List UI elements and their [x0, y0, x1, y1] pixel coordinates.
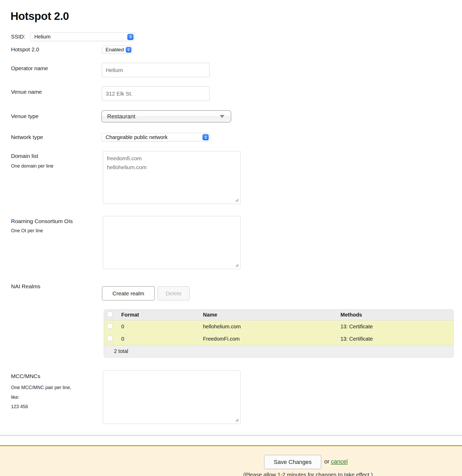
domain-list-textarea[interactable]: freedomfi.com hellohelium.com	[103, 151, 241, 204]
select-all-checkbox[interactable]	[107, 312, 113, 317]
mcc-mnc-help: One MCC/MNC pair per line, like: 123 456	[11, 383, 71, 412]
network-type-value: Chargeable public network	[106, 134, 168, 140]
mcc-mnc-help-line: 123 456	[11, 402, 71, 412]
table-row[interactable]: 0 hellohelium.com 13: Certificate	[104, 320, 453, 333]
select-stepper-icon	[202, 134, 209, 140]
column-header-format: Format	[121, 312, 203, 318]
realm-count: 2 total	[114, 348, 128, 354]
section-divider	[0, 435, 462, 436]
venue-type-label: Venue type	[11, 113, 38, 119]
hotspot-enabled-value: Enabled	[106, 47, 124, 53]
nai-realms-rows: 0 hellohelium.com 13: Certificate 0 Free…	[104, 320, 453, 345]
operator-name-input[interactable]	[102, 63, 210, 77]
roaming-ois-textarea[interactable]	[103, 216, 241, 269]
nai-realms-table-footer: 2 total	[104, 345, 453, 357]
select-stepper-icon	[126, 47, 131, 53]
row-checkbox[interactable]	[107, 323, 113, 329]
nai-realms-table: Format Name Methods 0 hellohelium.com 13…	[104, 309, 454, 357]
venue-type-select[interactable]: Restaurant	[101, 110, 231, 123]
domain-list-label: Domain list	[11, 153, 38, 159]
save-note: (Please allow 1-2 minutes for changes to…	[240, 472, 376, 476]
venue-type-value: Restaurant	[107, 113, 135, 120]
column-header-methods: Methods	[340, 312, 453, 318]
delete-realm-button: Delete	[157, 286, 190, 301]
ssid-select-value: Helium	[34, 34, 51, 40]
cancel-link[interactable]: cancel	[331, 458, 348, 465]
realm-format: 0	[121, 324, 203, 330]
mcc-mnc-help-line: like:	[11, 392, 71, 402]
venue-name-label: Venue name	[11, 89, 42, 95]
operator-name-label: Operator name	[11, 65, 48, 71]
table-row[interactable]: 0 FreedomFi.com 13: Certificate	[104, 333, 453, 345]
hotspot-settings-page: Hotspot 2.0 SSID: Helium Hotspot 2.0 Ena…	[0, 0, 462, 476]
realm-name: hellohelium.com	[203, 324, 340, 330]
or-text: or	[324, 458, 329, 465]
dropdown-arrow-icon	[220, 115, 224, 118]
select-stepper-icon	[127, 34, 134, 40]
mcc-mnc-label: MCC/MNCs	[11, 373, 40, 379]
nai-realms-label: NAI Realms	[11, 283, 40, 290]
mcc-mnc-help-line: One MCC/MNC pair per line,	[11, 383, 71, 392]
roaming-ois-help: One OI per line	[11, 228, 43, 234]
mcc-mnc-textarea[interactable]	[103, 370, 241, 424]
domain-list-help: One domain per line	[11, 163, 53, 169]
roaming-ois-label: Roaming Consortium OIs	[11, 218, 73, 224]
hotspot-enabled-select[interactable]: Enabled	[102, 46, 133, 54]
realm-methods: 13: Certificate	[340, 336, 453, 342]
row-checkbox[interactable]	[107, 336, 113, 341]
venue-name-input[interactable]	[102, 86, 210, 101]
save-bar: Save Changes or cancel (Please allow 1-2…	[0, 445, 462, 476]
nai-realms-table-header: Format Name Methods	[104, 309, 453, 320]
realm-name: FreedomFi.com	[203, 336, 340, 342]
or-cancel: or cancel	[324, 458, 348, 465]
ssid-label: SSID:	[11, 34, 25, 40]
realm-format: 0	[121, 336, 203, 342]
realm-methods: 13: Certificate	[340, 324, 453, 330]
save-changes-button[interactable]: Save Changes	[264, 455, 321, 469]
page-title: Hotspot 2.0	[10, 10, 69, 23]
create-realm-button[interactable]: Create realm	[102, 286, 155, 301]
ssid-select[interactable]: Helium	[30, 32, 135, 41]
network-type-label: Network type	[11, 134, 43, 140]
column-header-name: Name	[203, 312, 340, 318]
network-type-select[interactable]: Chargeable public network	[101, 133, 210, 141]
hotspot-enabled-label: Hotspot 2.0	[11, 46, 39, 53]
